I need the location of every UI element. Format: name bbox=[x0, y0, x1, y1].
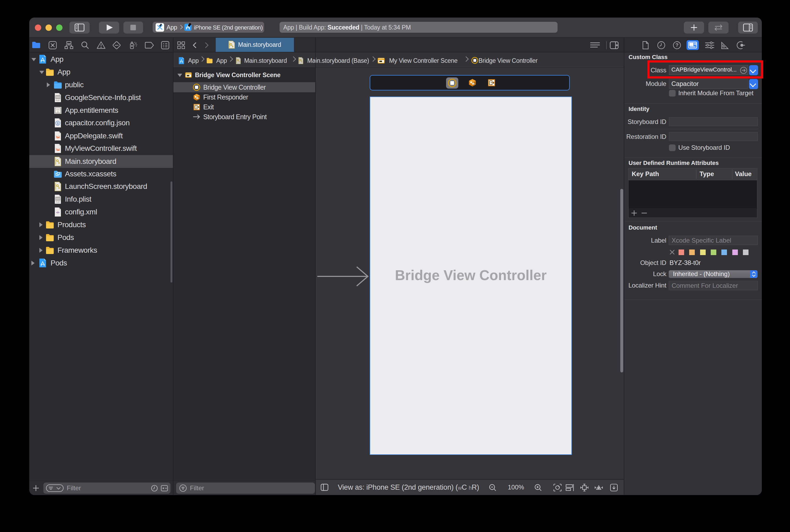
svg-text:?: ? bbox=[675, 42, 678, 48]
